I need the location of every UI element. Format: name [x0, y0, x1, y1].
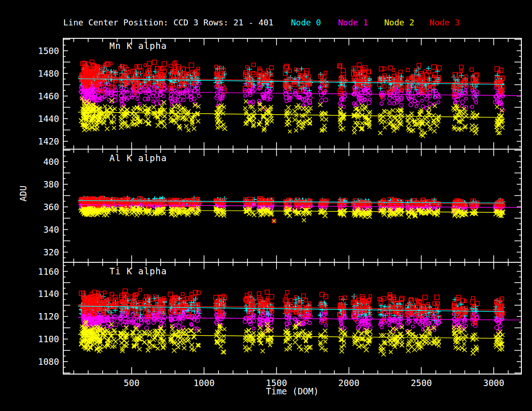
x-tick-label: 1000 — [193, 378, 215, 388]
y-tick-label: 340 — [43, 224, 59, 235]
scatter-panel2-node-2 — [79, 320, 505, 357]
scatter-panel0-node-3 — [79, 60, 504, 99]
y-tick-label: 1120 — [38, 311, 59, 321]
x-tick-label: 2500 — [411, 378, 432, 388]
x-tick-label: 500 — [124, 378, 139, 388]
y-tick-label: 1100 — [38, 334, 59, 344]
y-tick-labels: 1500148014601440142040038036034032011601… — [38, 46, 59, 367]
panel-label-al-k-alpha: Al K alpha — [109, 153, 167, 163]
x-tick-label: 2000 — [339, 378, 360, 388]
y-tick-label: 1440 — [38, 114, 59, 124]
y-tick-label: 1080 — [38, 357, 59, 367]
panel-label-mn-k-alpha: Mn K alpha — [109, 41, 167, 51]
y-tick-label: 1140 — [38, 289, 59, 299]
y-tick-label: 1500 — [38, 46, 59, 56]
x-axis-title: Time (DOM) — [255, 386, 329, 396]
y-tick-label: 400 — [43, 157, 59, 167]
scatter-plot-svg: 1500148014601440142040038036034032011601… — [0, 0, 532, 411]
y-tick-label: 1460 — [38, 91, 59, 101]
plot-background: Line Center Position: CCD 3 Rows: 21 - 4… — [0, 0, 532, 411]
y-tick-label: 1160 — [38, 266, 59, 277]
y-tick-label: 1420 — [38, 136, 59, 146]
scatter-panel1-node-3 — [79, 196, 504, 223]
y-tick-label: 1480 — [38, 68, 59, 79]
y-tick-label: 380 — [43, 179, 59, 189]
y-axis-title: ADU — [18, 184, 28, 203]
y-tick-label: 320 — [43, 247, 59, 257]
panel-label-ti-k-alpha: Ti K alpha — [109, 266, 167, 276]
x-tick-label: 3000 — [483, 378, 504, 388]
scatter-panel0-node-2 — [79, 97, 505, 138]
y-tick-label: 360 — [43, 202, 59, 212]
